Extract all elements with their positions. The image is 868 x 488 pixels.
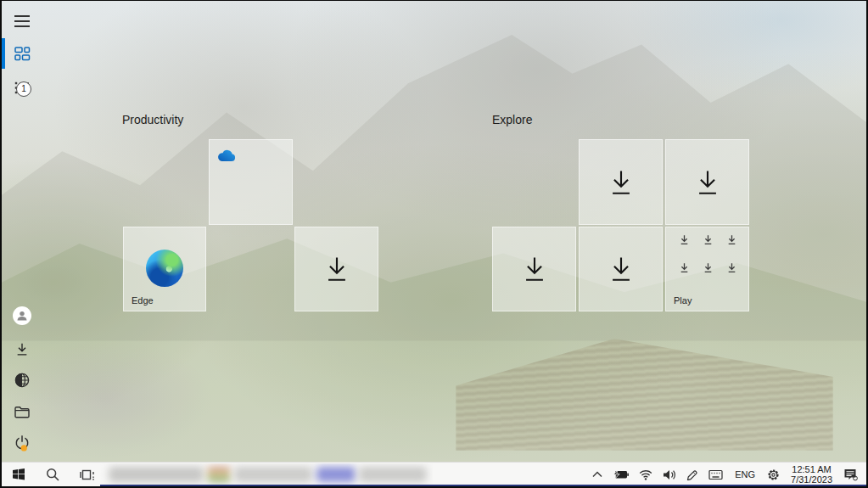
download-pending-icon	[607, 168, 636, 197]
keyboard-icon	[708, 469, 723, 480]
tile-pending-download-explore-2[interactable]	[665, 139, 749, 225]
all-apps-notification-badge: 1	[16, 81, 31, 97]
battery-status-button[interactable]	[608, 463, 634, 486]
file-explorer-button[interactable]	[5, 396, 39, 427]
download-pending-icon	[703, 262, 714, 273]
download-icon	[15, 342, 29, 356]
group-title-productivity[interactable]: Productivity	[122, 113, 183, 126]
edge-logo-icon	[146, 250, 183, 287]
pen-icon	[686, 468, 698, 480]
download-pending-icon	[607, 255, 636, 283]
group-title-explore[interactable]: Explore	[492, 113, 532, 126]
wifi-icon	[639, 469, 652, 480]
chevron-up-icon	[592, 471, 602, 478]
download-pending-icon	[679, 262, 690, 273]
volume-button[interactable]	[658, 463, 681, 486]
windows-logo-icon	[12, 468, 25, 481]
language-indicator[interactable]: ENG	[728, 463, 762, 486]
wallpaper-cabin	[456, 339, 833, 451]
tile-folder-play[interactable]: Play	[665, 227, 749, 311]
downloads-button[interactable]	[5, 334, 39, 364]
hamburger-menu-button[interactable]	[5, 6, 39, 36]
blurred-app-blob	[359, 467, 427, 482]
blurred-app-blob	[207, 467, 231, 482]
download-pending-icon	[520, 255, 549, 283]
windows-ink-button[interactable]	[681, 463, 703, 486]
network-status-button[interactable]	[634, 463, 658, 486]
power-button[interactable]	[5, 428, 39, 458]
taskbar-pinned-apps-blurred[interactable]	[100, 463, 433, 485]
action-center-icon	[843, 468, 858, 481]
hidden-icons-button[interactable]	[587, 463, 608, 486]
power-update-badge	[21, 445, 27, 451]
play-folder-preview	[672, 234, 744, 273]
search-icon	[46, 468, 59, 481]
tile-pending-download-productivity[interactable]	[294, 227, 378, 311]
tile-label: Play	[674, 295, 692, 306]
blurred-app-blob	[316, 467, 356, 482]
download-pending-icon	[726, 234, 737, 245]
settings-tray-button[interactable]	[762, 463, 785, 486]
download-pending-icon	[679, 234, 690, 245]
user-account-button[interactable]	[5, 300, 39, 331]
download-pending-icon	[693, 168, 722, 197]
tile-edge[interactable]: Edge	[123, 227, 206, 311]
globe-icon	[14, 373, 30, 388]
gear-icon	[767, 468, 780, 481]
tile-onedrive[interactable]	[209, 139, 293, 225]
taskbar: ENG 12:51 AM 7/31/2023	[2, 462, 866, 486]
action-center-button[interactable]	[838, 463, 863, 486]
tile-pending-download-explore-1[interactable]	[579, 139, 663, 225]
tile-pending-download-explore-4[interactable]	[579, 227, 663, 311]
battery-charging-icon	[613, 469, 629, 480]
task-view-icon	[80, 468, 94, 481]
web-browser-button[interactable]	[5, 365, 39, 395]
taskbar-bottom-accent-line	[100, 485, 866, 486]
user-icon	[15, 309, 29, 323]
power-icon	[14, 435, 31, 452]
system-tray: ENG 12:51 AM 7/31/2023	[587, 463, 863, 486]
clock[interactable]: 12:51 AM 7/31/2023	[785, 463, 838, 486]
avatar	[13, 306, 31, 325]
pinned-tiles-view-button[interactable]	[5, 38, 39, 69]
clock-time: 12:51 AM	[792, 464, 831, 474]
fullscreen-start-desktop: 1	[0, 0, 868, 488]
blurred-app-blob	[234, 467, 312, 482]
search-button[interactable]	[36, 463, 70, 486]
language-code: ENG	[735, 469, 755, 480]
hamburger-icon	[14, 14, 31, 28]
clock-date: 7/31/2023	[791, 474, 832, 485]
touch-keyboard-button[interactable]	[703, 463, 728, 486]
task-view-button[interactable]	[70, 463, 104, 486]
start-button[interactable]	[2, 463, 36, 486]
start-left-rail: 1	[2, 1, 42, 462]
download-pending-icon	[322, 255, 351, 283]
speaker-icon	[663, 469, 676, 480]
download-pending-icon	[703, 234, 714, 245]
blurred-app-blob	[109, 467, 204, 482]
pinned-tiles-icon	[14, 47, 31, 61]
tile-pending-download-explore-3[interactable]	[492, 227, 576, 311]
folder-icon	[14, 406, 30, 418]
onedrive-cloud-icon	[216, 149, 237, 163]
download-pending-icon	[726, 262, 737, 273]
tile-label: Edge	[132, 295, 154, 306]
badge-count: 1	[21, 85, 26, 93]
